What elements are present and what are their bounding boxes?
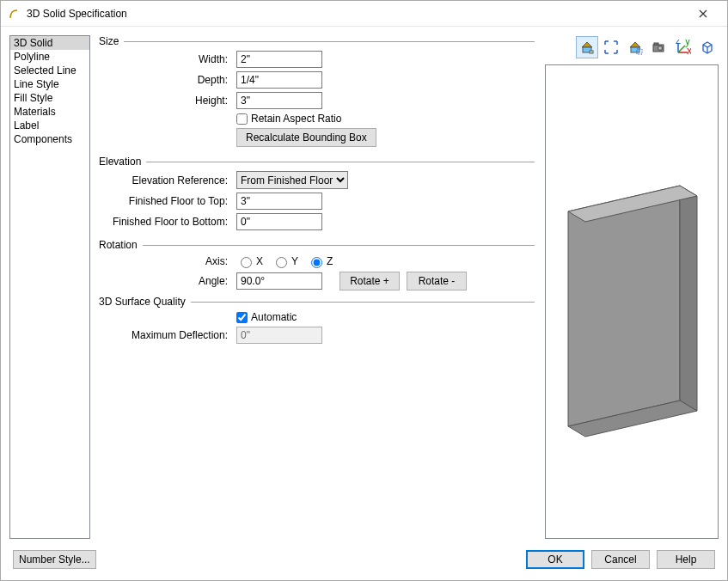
divider [146,162,535,162]
axis-label: Axis: [99,255,236,267]
axis-y-radio[interactable]: Y [272,254,298,268]
divider [124,41,535,42]
row-axis: Axis: X Y Z [99,254,535,268]
preview-svg [546,65,718,539]
elev-ref-select[interactable]: From Finished Floor [236,171,348,189]
row-angle: Angle: Rotate + Rotate - [99,272,535,290]
group-size-label: Size [99,35,119,47]
group-rotation: Rotation [99,239,535,251]
width-label: Width: [99,53,236,65]
row-elev-top: Finished Floor to Top: [99,193,535,210]
nav-item-line-style[interactable]: Line Style [10,77,89,91]
row-auto: Automatic [99,311,535,323]
ok-button[interactable]: OK [526,550,584,569]
depth-label: Depth: [99,74,236,86]
group-elevation: Elevation [99,156,535,168]
divider [191,302,535,303]
elev-bottom-input[interactable] [236,213,322,230]
axes-icon[interactable]: yzx [672,36,694,58]
row-recalc: Recalculate Bounding Box [99,128,535,147]
main-area: Size Width: Depth: Height: [99,35,719,539]
row-elev-bottom: Finished Floor to Bottom: [99,213,535,230]
group-elevation-label: Elevation [99,156,141,168]
nav-item-components[interactable]: Components [10,132,89,146]
svg-marker-14 [680,186,697,411]
dialog-body: 3D SolidPolylineSelected LineLine StyleF… [1,27,727,547]
svg-text:x: x [687,45,691,55]
deflection-input [236,327,322,344]
angle-input[interactable] [236,272,322,290]
cube-icon[interactable] [696,36,719,58]
svg-marker-0 [582,42,592,47]
preview-toolbar: yzx [545,35,719,59]
retain-aspect-input[interactable] [236,113,248,125]
group-size: Size [99,35,535,47]
elev-top-label: Finished Floor to Top: [99,195,236,207]
svg-rect-4 [631,47,639,52]
svg-text:z: z [676,40,681,46]
svg-marker-3 [630,42,640,47]
number-style-button[interactable]: Number Style... [13,550,96,569]
height-input[interactable] [236,92,322,109]
rotate-plus-button[interactable]: Rotate + [340,272,400,290]
titlebar: 3D Solid Specification [1,1,727,27]
deflection-label: Maximum Deflection: [99,329,236,341]
nav-item-label[interactable]: Label [10,119,89,132]
dialog-footer: Number Style... OK Cancel Help [1,547,727,580]
axis-z-radio[interactable]: Z [307,254,333,268]
svg-rect-7 [654,43,658,45]
app-icon [8,7,21,21]
house-select-icon[interactable] [624,36,646,58]
rotate-minus-button[interactable]: Rotate - [407,272,467,290]
automatic-label: Automatic [251,311,297,323]
angle-label: Angle: [99,275,236,287]
group-quality-label: 3D Surface Quality [99,296,186,308]
group-rotation-label: Rotation [99,239,138,251]
width-input[interactable] [236,51,322,68]
retain-aspect-checkbox[interactable]: Retain Aspect Ratio [236,113,341,125]
cancel-button[interactable]: Cancel [591,550,650,569]
retain-aspect-label: Retain Aspect Ratio [251,113,341,125]
svg-point-8 [658,46,663,51]
dialog-window: 3D Solid Specification 3D SolidPolylineS… [0,0,728,581]
nav-panel: 3D SolidPolylineSelected LineLine StyleF… [9,35,90,539]
row-depth: Depth: [99,71,535,89]
row-elev-ref: Elevation Reference: From Finished Floor [99,171,535,189]
close-button[interactable] [686,2,720,26]
recalc-button[interactable]: Recalculate Bounding Box [236,128,376,147]
expand-arrows-icon[interactable] [600,36,622,58]
group-quality: 3D Surface Quality [99,296,535,308]
axis-radio-group: X Y Z [236,254,333,268]
row-deflection: Maximum Deflection: [99,327,535,344]
divider [143,245,535,246]
row-retain: Retain Aspect Ratio [99,113,535,125]
camera-icon[interactable] [648,36,670,58]
nav-item-polyline[interactable]: Polyline [10,50,89,64]
elev-ref-label: Elevation Reference: [99,174,236,187]
depth-input[interactable] [236,71,322,89]
automatic-input[interactable] [236,312,248,323]
axis-x-radio[interactable]: X [236,254,263,268]
preview-3d[interactable] [545,64,719,539]
preview-column: yzx [545,35,719,539]
height-label: Height: [99,95,236,107]
nav-item-selected-line[interactable]: Selected Line [10,64,89,77]
row-width: Width: [99,51,535,68]
automatic-checkbox[interactable]: Automatic [236,311,297,323]
help-button[interactable]: Help [657,550,715,569]
form-panel: Size Width: Depth: Height: [99,35,538,539]
window-title: 3D Solid Specification [27,8,686,20]
nav-item-3d-solid[interactable]: 3D Solid [10,36,89,50]
elev-top-input[interactable] [236,193,322,210]
elev-bottom-label: Finished Floor to Bottom: [99,216,236,228]
row-height: Height: [99,92,535,109]
nav-item-materials[interactable]: Materials [10,105,89,119]
house-color-icon[interactable] [576,36,598,58]
nav-item-fill-style[interactable]: Fill Style [10,91,89,105]
